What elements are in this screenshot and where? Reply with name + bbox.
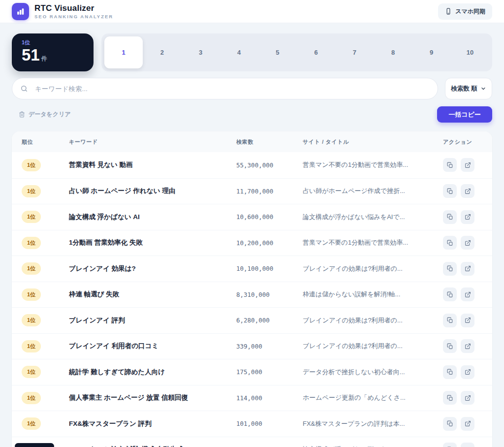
- rank-tab-8[interactable]: 8: [374, 36, 412, 68]
- site-title-cell: 論文構成が浮かばない悩みをAIで...: [303, 213, 443, 222]
- external-link-icon: [465, 420, 471, 427]
- table-row: 1位 ブレインアイ 効果は? 10,100,000 ブレインアイの効果は?利用者…: [12, 255, 492, 282]
- copy-icon: [447, 162, 453, 168]
- keyword-cell: FX&株マスタープラン 評判: [69, 419, 236, 428]
- copy-row-button[interactable]: [443, 210, 457, 224]
- site-title-cell: データ分析で挫折しない初心者向...: [303, 368, 443, 377]
- copy-icon: [447, 317, 453, 323]
- app-subtitle: SEO RANKING ANALYZER: [34, 14, 113, 19]
- open-link-button[interactable]: [461, 236, 474, 250]
- rank-summary-card: 1位 51件: [12, 33, 94, 71]
- open-link-button[interactable]: [461, 287, 474, 301]
- copy-icon: [447, 395, 453, 401]
- volume-cell: 101,000: [236, 420, 303, 427]
- clear-data-button[interactable]: データをクリア: [12, 107, 75, 122]
- site-title-cell: 営業マン不要の1分動画で営業効率...: [303, 160, 443, 169]
- bulk-copy-button[interactable]: 一括コピー: [437, 106, 492, 123]
- external-link-icon: [465, 162, 471, 168]
- rank-tab-10[interactable]: 10: [451, 36, 489, 68]
- table-row: 1位 統計学 難しすぎて諦めた人向け 175,000 データ分析で挫折しない初心…: [12, 359, 492, 385]
- rank-badge: 1位: [22, 288, 41, 301]
- smartphone-sync-button[interactable]: スマホ同期: [438, 3, 492, 20]
- copy-row-button[interactable]: [443, 236, 457, 250]
- table-header-row: 順位 キーワード 検索数 サイト / タイトル アクション: [12, 131, 492, 152]
- rank-count-unit: 件: [41, 55, 47, 62]
- rank-tab-6[interactable]: 6: [297, 36, 335, 68]
- chevron-down-icon: [480, 86, 486, 92]
- rank-tab-3[interactable]: 3: [181, 36, 220, 68]
- copy-row-button[interactable]: [443, 365, 457, 379]
- open-link-button[interactable]: [461, 365, 474, 379]
- bar-chart-logo-icon: [12, 3, 29, 20]
- rank-label: 1位: [22, 39, 84, 46]
- volume-cell: 175,000: [236, 368, 303, 376]
- copy-row-button[interactable]: [443, 391, 457, 405]
- volume-cell: 10,200,000: [236, 239, 303, 247]
- open-link-button[interactable]: [461, 210, 474, 224]
- rank-tab-5[interactable]: 5: [258, 36, 297, 68]
- copy-row-button[interactable]: [443, 184, 457, 198]
- table-row: 1位 ロースクール 論文 試験 構成 自動生成 84,900 論文構成が浮かばな…: [12, 437, 492, 447]
- rank-tab-1[interactable]: 1: [104, 36, 143, 68]
- app-header: RTC Visualizer SEO RANKING ANALYZER スマホ同…: [0, 0, 504, 23]
- col-header-keyword: キーワード: [69, 138, 236, 146]
- copy-row-button[interactable]: [443, 287, 457, 301]
- volume-cell: 10,600,000: [236, 213, 303, 221]
- table-row: 1位 営業資料 見ない 動画 55,300,000 営業マン不要の1分動画で営業…: [12, 152, 492, 178]
- copy-row-button[interactable]: [443, 314, 457, 327]
- sort-selected-label: 検索数 順: [451, 85, 477, 93]
- keyword-search-input[interactable]: [12, 78, 438, 99]
- copy-row-button[interactable]: [443, 339, 457, 353]
- keyword-cell: 個人事業主 ホームページ 放置 信頼回復: [69, 393, 236, 402]
- rank-tab-2[interactable]: 2: [143, 36, 181, 68]
- copy-row-button[interactable]: [443, 417, 457, 431]
- rank-badge: 1位: [22, 314, 41, 326]
- sort-order-select[interactable]: 検索数 順: [445, 78, 492, 99]
- copy-row-button[interactable]: [443, 158, 457, 172]
- open-link-button[interactable]: [461, 443, 474, 447]
- copy-icon: [447, 369, 453, 375]
- external-link-icon: [465, 265, 471, 272]
- open-link-button[interactable]: [461, 158, 474, 172]
- site-title-cell: FX&株マスタープランの評判は本...: [303, 419, 443, 428]
- keyword-cell: ブレインアイ 効果は?: [69, 264, 236, 273]
- open-link-button[interactable]: [461, 391, 474, 405]
- col-header-volume: 検索数: [236, 138, 303, 146]
- rank-tab-7[interactable]: 7: [335, 36, 374, 68]
- rank-tab-4[interactable]: 4: [220, 36, 258, 68]
- brand: RTC Visualizer SEO RANKING ANALYZER: [12, 3, 113, 20]
- open-link-button[interactable]: [461, 262, 474, 276]
- rank-badge: 1位: [22, 211, 41, 223]
- site-title-cell: 占い師がホームページ作成で挫折...: [303, 187, 443, 195]
- table-row: 1位 論文構成 浮かばない AI 10,600,000 論文構成が浮かばない悩み…: [12, 204, 492, 230]
- col-header-rank: 順位: [22, 138, 69, 146]
- results-table: 順位 キーワード 検索数 サイト / タイトル アクション 1位 営業資料 見な…: [12, 131, 492, 447]
- open-link-button[interactable]: [461, 339, 474, 353]
- copy-icon: [447, 214, 453, 220]
- keyword-cell: 論文構成 浮かばない AI: [69, 213, 236, 222]
- keyword-cell: 営業資料 見ない 動画: [69, 160, 236, 169]
- copy-row-button[interactable]: [443, 262, 457, 276]
- copy-icon: [447, 265, 453, 272]
- volume-cell: 11,700,000: [236, 188, 303, 195]
- site-title-cell: ホームページ更新の「めんどくさ...: [303, 393, 443, 402]
- search-icon: [20, 85, 28, 93]
- copy-row-button[interactable]: [443, 443, 457, 447]
- volume-cell: 339,000: [236, 343, 303, 350]
- site-title-cell: ブレインアイの効果は?利用者の...: [303, 264, 443, 273]
- rank-badge: 1位: [22, 237, 41, 249]
- external-link-icon: [465, 240, 471, 246]
- rank-count: 51: [22, 46, 40, 64]
- external-link-icon: [465, 214, 471, 220]
- copy-icon: [447, 240, 453, 246]
- open-link-button[interactable]: [461, 314, 474, 327]
- col-header-actions: アクション: [443, 138, 482, 146]
- site-title-cell: ブレインアイの効果は?利用者の...: [303, 316, 443, 325]
- rank-tab-9[interactable]: 9: [412, 36, 451, 68]
- external-link-icon: [465, 343, 471, 350]
- volume-cell: 10,100,000: [236, 265, 303, 272]
- open-link-button[interactable]: [461, 184, 474, 198]
- open-link-button[interactable]: [461, 417, 474, 431]
- sync-button-label: スマホ同期: [455, 7, 485, 16]
- keyword-cell: 枠連 軸選び 失敗: [69, 290, 236, 299]
